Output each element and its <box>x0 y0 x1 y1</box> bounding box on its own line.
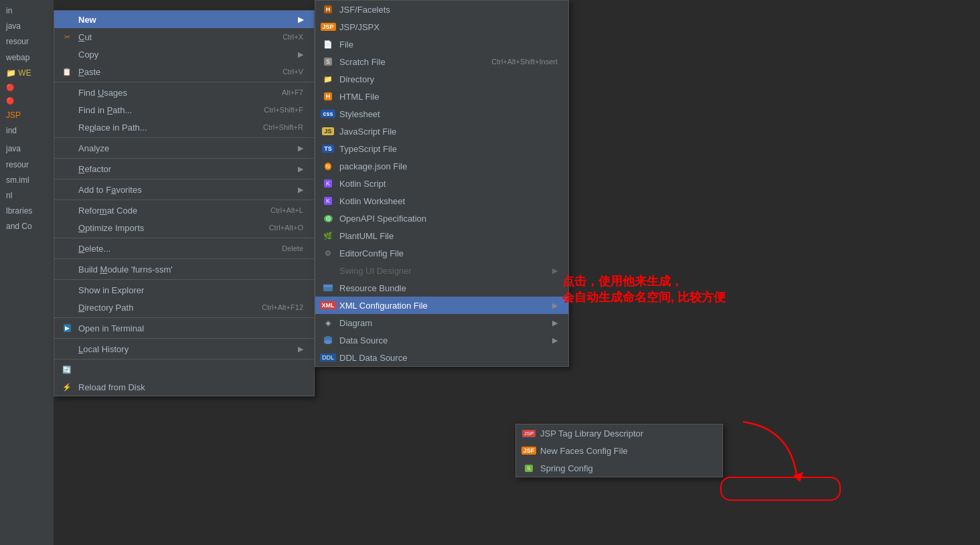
menu-item-reformat[interactable]: Reformat Code Ctrl+Alt+L <box>54 202 314 219</box>
annotation-line2: 会自动生成命名空间, 比较方便 <box>562 289 726 305</box>
menu-item-paste[interactable]: 📋 Paste Ctrl+V <box>54 63 314 80</box>
sidebar-item: and Co <box>3 219 50 234</box>
menu-label-refactor: Refactor <box>78 164 293 174</box>
menu-item-find-path[interactable]: Find in Path... Ctrl+Shift+F <box>54 101 314 119</box>
menu-item-new[interactable]: New ▶ <box>54 11 314 28</box>
paste-icon: 📋 <box>61 66 73 78</box>
menu-label-directory-path: Directory Path <box>78 303 248 313</box>
submenu-item-jsf[interactable]: H JSF/Facelets <box>315 1 568 18</box>
submenu-xml-label-jsptag: JSP Tag Library Descriptor <box>540 429 712 439</box>
submenu-item-plantuml[interactable]: 🌿 PlantUML File <box>315 227 568 244</box>
submenu-item-javascript[interactable]: JS JavaScript File <box>315 123 568 140</box>
submenu-item-editorconfig[interactable]: ⚙ EditorConfig File <box>315 244 568 262</box>
arrow-icon-refactor: ▶ <box>298 165 303 173</box>
menu-item-open-terminal[interactable]: ▶ Open in Terminal <box>54 319 314 337</box>
terminal-icon: ▶ <box>61 322 73 334</box>
sidebar-item: java <box>3 19 50 34</box>
submenu-item-diagram[interactable]: ◈ Diagram ▶ <box>315 314 568 331</box>
menu-label-find-usages: Find Usages <box>78 88 268 98</box>
menu-item-find-usages[interactable]: Find Usages Alt+F7 <box>54 84 314 101</box>
menu-item-show-explorer[interactable]: Show in Explorer <box>54 281 314 299</box>
submenu-xml-item-jsptag[interactable]: JSP JSP Tag Library Descriptor <box>516 424 722 442</box>
cut-icon: ✂ <box>61 31 73 43</box>
submenu-item-packagejson[interactable]: N package.json File <box>315 157 568 175</box>
sidebar-item: 🔴 <box>3 81 50 94</box>
find-usages-icon <box>61 86 73 98</box>
menu-item-replace-path[interactable]: Replace in Path... Ctrl+Shift+R <box>54 119 314 136</box>
find-path-icon <box>61 104 73 116</box>
ts-icon: TS <box>322 143 334 155</box>
menu-label-compare: Reload from Disk <box>78 382 303 392</box>
menu-item-optimize[interactable]: Optimize Imports Ctrl+Alt+O <box>54 219 314 236</box>
sidebar-item: lbraries <box>3 204 50 219</box>
scratch-icon: S <box>322 56 334 68</box>
sidebar-item: resour <box>3 34 50 50</box>
submenu-item-stylesheet[interactable]: css Stylesheet <box>315 105 568 123</box>
arrow-annotation <box>736 415 817 497</box>
build-icon <box>61 263 73 275</box>
submenu-item-ddl[interactable]: DDL DDL Data Source <box>315 349 568 366</box>
submenu-label-jsp: JSP/JSPX <box>339 22 558 32</box>
compare-icon: ⚡ <box>61 381 73 393</box>
newfaces-icon: JSF <box>523 445 535 457</box>
sidebar-item: sm.iml <box>3 173 50 188</box>
submenu-label-javascript: JavaScript File <box>339 127 558 137</box>
submenu-item-typescript[interactable]: TS TypeScript File <box>315 140 568 157</box>
menu-item-compare[interactable]: ⚡ Reload from Disk <box>54 378 314 396</box>
submenu-label-ddl: DDL Data Source <box>339 353 558 363</box>
sidebar-item: resour <box>3 157 50 173</box>
sidebar-item: 🔴 <box>3 94 50 108</box>
submenu-xml-item-newfaces[interactable]: JSF New Faces Config File <box>516 442 722 459</box>
submenu-item-swing[interactable]: Swing UI Designer ▶ <box>315 262 568 279</box>
separator <box>54 359 314 360</box>
html-icon: H <box>322 90 334 102</box>
menu-item-copy[interactable]: Copy ▶ <box>54 46 314 63</box>
menu-item-local-history[interactable]: Local History ▶ <box>54 340 314 358</box>
menu-label-add-favorites: Add to Favorites <box>78 185 293 195</box>
submenu-item-kotlin-script[interactable]: K Kotlin Script <box>315 175 568 192</box>
menu-item-delete[interactable]: Delete... Delete <box>54 240 314 257</box>
submenu-item-openapi[interactable]: ⚙ OpenAPI Specification <box>315 210 568 227</box>
submenu-item-jsp[interactable]: JSP JSP/JSPX <box>315 18 568 35</box>
submenu-xml-item-spring[interactable]: S Spring Config <box>516 459 722 477</box>
dir-path-icon <box>61 301 73 313</box>
submenu-item-file[interactable]: 📄 File <box>315 35 568 53</box>
pkg-icon: N <box>322 160 334 172</box>
menu-item-refactor[interactable]: Refactor ▶ <box>54 160 314 177</box>
menu-label-open-terminal: Open in Terminal <box>78 323 303 333</box>
file-icon: 📄 <box>322 38 334 50</box>
menu-item-analyze[interactable]: Analyze ▶ <box>54 139 314 157</box>
submenu-xml-label-newfaces: New Faces Config File <box>540 446 712 456</box>
submenu-label-swing: Swing UI Designer <box>339 266 547 276</box>
separator <box>54 137 314 138</box>
copy-icon <box>61 48 73 60</box>
submenu-item-directory[interactable]: 📁 Directory <box>315 70 568 88</box>
submenu-label-resource: Resource Bundle <box>339 283 558 293</box>
replace-path-shortcut: Ctrl+Shift+R <box>263 123 303 131</box>
submenu-new: H JSF/Facelets JSP JSP/JSPX 📄 File S Scr… <box>315 0 569 367</box>
menu-item-directory-path[interactable]: Directory Path Ctrl+Alt+F12 <box>54 299 314 316</box>
find-path-shortcut: Ctrl+Shift+F <box>264 106 303 114</box>
menu-item-build[interactable]: Build Module 'furns-ssm' <box>54 260 314 278</box>
menu-label-replace-path: Replace in Path... <box>78 123 250 133</box>
arrow-icon-new: ▶ <box>298 15 303 24</box>
submenu-item-xml-config[interactable]: XML XML Configuration File ▶ <box>315 297 568 314</box>
separator <box>54 338 314 339</box>
menu-item-add-favorites[interactable]: Add to Favorites ▶ <box>54 181 314 198</box>
menu-item-cut[interactable]: ✂ Cut Ctrl+X <box>54 28 314 46</box>
submenu-item-datasource[interactable]: Data Source ▶ <box>315 331 568 349</box>
arrow-icon-xml: ▶ <box>552 301 558 310</box>
submenu-item-html[interactable]: H HTML File <box>315 88 568 105</box>
submenu-label-jsf: JSF/Facelets <box>339 5 558 15</box>
submenu-item-kotlin-ws[interactable]: K Kotlin Worksheet <box>315 192 568 210</box>
submenu-item-resource[interactable]: Resource Bundle <box>315 279 568 297</box>
arrow-icon-favorites: ▶ <box>298 185 303 194</box>
delete-shortcut: Delete <box>282 244 303 252</box>
menu-item-reload[interactable]: 🔄 <box>54 361 314 378</box>
directory-icon: 📁 <box>322 73 334 85</box>
js-icon: JS <box>322 125 334 137</box>
ddl-icon: DDL <box>322 352 334 364</box>
xml-icon: XML <box>322 299 334 311</box>
submenu-item-scratch[interactable]: S Scratch File Ctrl+Alt+Shift+Insert <box>315 53 568 70</box>
separator <box>54 82 314 82</box>
